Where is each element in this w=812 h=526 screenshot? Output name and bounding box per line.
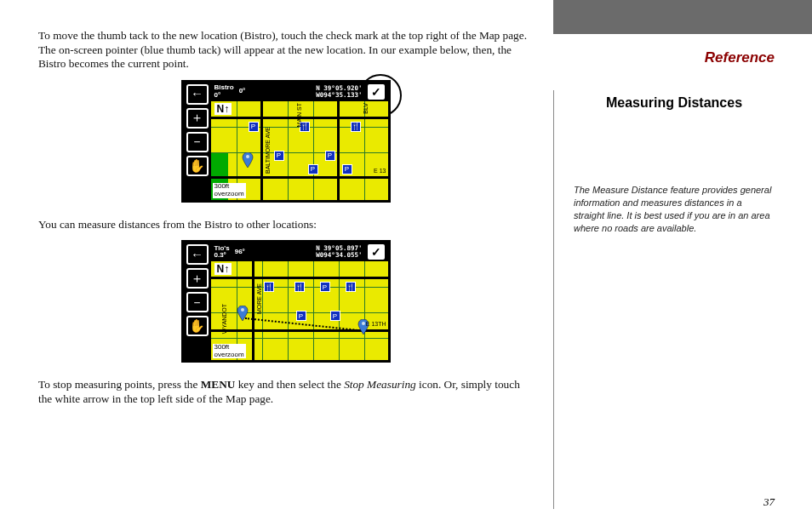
back-button[interactable]: ← [186,84,209,105]
poi-icon: P [308,164,318,174]
figure-1: ← ＋ － ✋ Bistro 0° 0° N 39°05.920' W094°3… [38,80,533,203]
para3-stop-measuring: Stop Measuring [344,378,416,391]
gps-map-area[interactable]: N↑ 🍴 🍴 P 🍴 P P WYANDOT MORE AVE [211,261,388,360]
svg-point-1 [241,308,244,312]
para3-text-a: To stop measuring points, press the [38,378,201,391]
hand-icon: ✋ [189,318,205,334]
gps-sidebar: ← ＋ － ✋ [184,243,211,360]
zoom-in-button[interactable]: ＋ [186,108,209,129]
poi-icon: 🍴 [264,282,274,292]
bearing-readout: 96° [235,249,245,256]
location-dist: 0° [214,92,234,100]
street-label: WYANDOT [221,304,227,334]
page-title: Measuring Distances [574,95,775,111]
poi-icon: P [330,311,340,321]
zoom-out-icon: － [191,294,203,311]
gps-topbar: Bistro 0° 0° N 39°05.920' W094°35.133' ✓ [211,83,388,101]
zoom-out-button[interactable]: － [186,292,209,312]
back-arrow-icon: ← [191,248,203,262]
street-label: MAIN ST [296,103,302,127]
coordinates-readout: N 39°05.897' W094°34.055' [316,245,362,260]
poi-icon: P [342,164,352,174]
zoom-out-icon: － [191,134,203,150]
coordinates-readout: N 39°05.920' W094°35.133' [316,85,362,100]
poi-icon: 🍴 [346,282,356,292]
gps-sidebar: ← ＋ － ✋ [184,83,211,200]
pan-button[interactable]: ✋ [186,316,209,336]
note-text: The Measure Distance feature provides ge… [574,184,775,234]
para3-text-b: key and then select the [235,378,344,391]
paragraph-1: To move the thumb tack to the new locati… [38,29,533,71]
street-label: E 13 [374,168,386,174]
page-number: 37 [763,495,775,509]
scale-indicator: 300ft overzoom [213,183,246,198]
location-readout: Tio's 0.3° [214,245,230,260]
main-content-column: To move the thumb tack to the new locati… [0,0,553,526]
poi-icon: P [296,311,306,321]
poi-icon: 🍴 [294,282,305,292]
zoom-out-button[interactable]: － [186,132,209,152]
poi-icon: P [274,151,284,161]
paragraph-2: You can measure distances from the Bistr… [38,218,533,232]
scale-overzoom: overzoom [214,352,244,359]
confirm-check-button[interactable]: ✓ [368,84,385,100]
check-icon: ✓ [371,85,381,99]
svg-point-0 [246,155,249,158]
header-band [553,0,812,34]
street-label: MORE AVE [256,283,262,314]
back-button[interactable]: ← [186,244,209,265]
north-indicator: N↑ [214,263,232,275]
thumb-tack-start-icon [237,306,249,321]
svg-point-2 [362,322,365,325]
north-indicator: N↑ [214,103,232,115]
zoom-in-icon: ＋ [191,271,203,287]
bearing-readout: 0° [239,88,246,95]
paragraph-3: To stop measuring points, press the MENU… [38,378,533,406]
confirm-check-button[interactable]: ✓ [368,244,385,260]
street-label: BALTIMORE AVE [265,127,271,174]
check-icon: ✓ [371,245,381,259]
poi-icon: P [325,151,335,161]
column-divider [553,90,554,509]
location-dist: 0.3° [214,252,230,260]
gps-map-area[interactable]: N↑ P P 🍴 P 🍴 P P BALTIMORE AVE MAIN ST B… [211,101,388,200]
gps-screenshot-1: ← ＋ － ✋ Bistro 0° 0° N 39°05.920' W094°3… [181,80,391,203]
street-label: BLV [363,103,369,114]
coord-w: W094°35.133' [316,92,362,99]
scale-overzoom: overzoom [214,191,244,198]
poi-icon: P [249,122,259,132]
scale-indicator: 300ft overzoom [213,344,246,359]
figure-2: ← ＋ － ✋ Tio's 0.3° 96° N 39°05.897' W094… [38,240,533,363]
sidebar-column: Reference Measuring Distances The Measur… [553,0,812,526]
gps-screenshot-2: ← ＋ － ✋ Tio's 0.3° 96° N 39°05.897' W094… [181,240,391,363]
coord-w: W094°34.055' [316,252,362,259]
gps-topbar: Tio's 0.3° 96° N 39°05.897' W094°34.055'… [211,243,388,261]
para3-menu-key: MENU [201,378,236,391]
poi-icon: P [320,282,330,292]
pan-button[interactable]: ✋ [186,156,209,176]
location-readout: Bistro 0° [214,84,234,100]
hand-icon: ✋ [189,158,205,174]
street-label: E 13TH [366,321,386,327]
back-arrow-icon: ← [191,87,203,101]
zoom-in-button[interactable]: ＋ [186,268,209,289]
poi-icon: 🍴 [351,122,361,132]
zoom-in-icon: ＋ [191,110,203,126]
thumb-tack-icon [242,152,254,168]
section-label: Reference [705,49,775,66]
